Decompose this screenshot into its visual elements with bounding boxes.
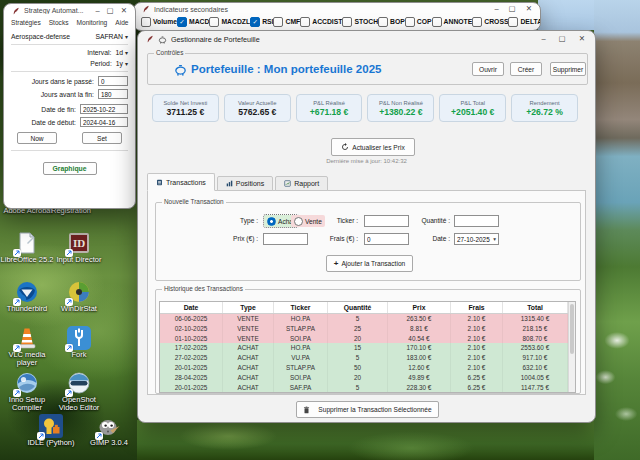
indicator-checkbox-cop[interactable]: COP: [405, 17, 432, 27]
desktop-icon-windirstat[interactable]: WinDirStat: [52, 280, 106, 313]
checkbox-unchecked-icon[interactable]: [472, 17, 482, 27]
close-icon[interactable]: ✕: [579, 35, 585, 43]
indicator-checkbox-macd[interactable]: ✓MACD: [177, 17, 209, 27]
table-cell: 40.54 €: [388, 333, 451, 343]
indicator-checkbox-cross[interactable]: CROSS: [472, 17, 508, 27]
indicator-checkbox-cmf[interactable]: CMF: [273, 17, 300, 27]
checkbox-checked-icon[interactable]: ✓: [177, 17, 187, 27]
minimize-icon[interactable]: –: [494, 5, 498, 13]
table-row[interactable]: 28-04-2025ACHATSOI.PA2049.89 €6.25 €1004…: [160, 372, 568, 382]
desktop-icon-libreoffice[interactable]: LibreOffice 25.2: [0, 231, 54, 264]
refresh-prices-button[interactable]: Actualiser les Prix: [331, 138, 415, 156]
tab-transactions[interactable]: Transactions: [147, 173, 215, 191]
portfolio-titlebar[interactable]: Gestionnaire de Portefeuille – ▢ ✕: [138, 31, 595, 47]
refresh-label: Actualiser les Prix: [352, 144, 404, 151]
minimize-icon[interactable]: –: [541, 35, 545, 43]
fees-input[interactable]: [364, 233, 409, 245]
desktop-icon-input-director[interactable]: ID Input Director: [52, 231, 106, 264]
checkbox-unchecked-icon[interactable]: [209, 17, 219, 27]
desktop-icon-idle-python[interactable]: IDLE (Python): [24, 414, 78, 447]
window-title: Indicateurs secondaires: [154, 6, 490, 13]
column-header[interactable]: Date: [160, 302, 223, 313]
set-button[interactable]: Set: [82, 132, 122, 144]
desktop-icon-thunderbird[interactable]: Thunderbird: [0, 280, 54, 313]
desktop-icon-gimp[interactable]: GIMP 3.0.4: [82, 414, 136, 447]
menu-monitoring[interactable]: Monitoring: [74, 19, 111, 26]
table-cell: 2.10 €: [451, 323, 503, 333]
scrollbar-thumb[interactable]: [570, 304, 574, 354]
indicator-checkbox-stoch[interactable]: STOCH: [342, 17, 378, 27]
indicators-titlebar[interactable]: Indicateurs secondaires – ▢ ✕: [134, 3, 540, 15]
delete-portfolio-button[interactable]: Supprimer: [550, 62, 586, 76]
tab-positions[interactable]: Positions: [217, 176, 273, 191]
tab-rapport[interactable]: Rapport: [275, 176, 328, 191]
checkbox-unchecked-icon[interactable]: [342, 17, 352, 27]
open-portfolio-button[interactable]: Ouvrir: [472, 62, 504, 76]
minimize-icon[interactable]: –: [95, 7, 99, 15]
checkbox-unchecked-icon[interactable]: [508, 17, 518, 27]
indicator-checkbox-bop[interactable]: BOP: [378, 17, 405, 27]
quantity-input[interactable]: [454, 215, 499, 227]
indicator-checkbox-accdist[interactable]: ACCDIST: [300, 17, 342, 27]
desktop-icon-fork[interactable]: Fork: [52, 326, 106, 359]
table-scrollbar[interactable]: [568, 302, 575, 392]
checkbox-unchecked-icon[interactable]: [300, 17, 310, 27]
date-end-input[interactable]: [80, 104, 128, 114]
desktop-icon-inno-setup[interactable]: Inno Setup Compiler: [0, 371, 54, 412]
shortcut-arrow-icon: [13, 249, 21, 257]
ticker-select[interactable]: SAFRAN ▾: [95, 33, 128, 40]
close-icon[interactable]: ✕: [526, 5, 532, 13]
desktop-icon-vlc[interactable]: VLC media player: [0, 326, 54, 367]
column-header[interactable]: Frais: [451, 302, 503, 313]
checkbox-unchecked-icon[interactable]: [405, 17, 415, 27]
table-row[interactable]: 17-02-2025ACHATHO.PA15170.10 €2.10 €2553…: [160, 343, 568, 353]
column-header[interactable]: Total: [503, 302, 568, 313]
checkbox-checked-icon[interactable]: ✓: [250, 17, 260, 27]
maximize-icon[interactable]: ▢: [559, 35, 566, 43]
indicator-checkbox-volume[interactable]: Volume: [141, 17, 177, 27]
delete-transaction-button[interactable]: Supprimer la Transaction Sélectionnée: [296, 401, 439, 418]
checkbox-unchecked-icon[interactable]: [273, 17, 283, 27]
table-row[interactable]: 27-02-2025ACHATVU.PA5183.00 €2.10 €917.1…: [160, 353, 568, 363]
period-select[interactable]: 1y ▾: [116, 60, 128, 67]
graphique-button[interactable]: Graphique: [43, 162, 97, 175]
indicators-window: Indicateurs secondaires – ▢ ✕ Volume✓MAC…: [133, 2, 541, 31]
menu-strategies[interactable]: Stratégies: [8, 19, 44, 26]
days-before-end-input[interactable]: [98, 89, 128, 99]
strategy-titlebar[interactable]: Strategy Automat... – ▢ ✕: [4, 4, 135, 17]
table-row[interactable]: 02-10-2025VENTESTLAP.PA258.81 €2.10 €218…: [160, 323, 568, 333]
date-start-input[interactable]: [80, 117, 128, 127]
column-header[interactable]: Type: [223, 302, 274, 313]
checkbox-unchecked-icon[interactable]: [432, 17, 442, 27]
table-cell: 06-06-2025: [160, 314, 223, 324]
radio-unselected-icon[interactable]: [294, 217, 303, 226]
date-select[interactable]: 27-10-2025 ▾: [454, 233, 499, 245]
checkbox-unchecked-icon[interactable]: [378, 17, 388, 27]
add-transaction-button[interactable]: + Ajouter la Transaction: [326, 255, 413, 272]
checkbox-unchecked-icon[interactable]: [141, 17, 151, 27]
indicator-checkbox-delta[interactable]: DELTA: [508, 17, 541, 27]
table-row[interactable]: 01-10-2025VENTESOI.PA2040.54 €2.10 €808.…: [160, 333, 568, 343]
column-header[interactable]: Ticker: [274, 302, 328, 313]
interval-select[interactable]: 1d ▾: [115, 49, 128, 56]
days-past-input[interactable]: [98, 76, 128, 86]
radio-selected-icon[interactable]: [267, 217, 276, 226]
table-row[interactable]: 20-01-2025ACHATSTLAP.PA5012.60 €2.10 €63…: [160, 363, 568, 373]
price-input[interactable]: [263, 233, 308, 245]
indicator-checkbox-rsi[interactable]: ✓RSI: [250, 17, 273, 27]
maximize-icon[interactable]: ▢: [107, 7, 114, 15]
table-row[interactable]: 20-01-2025ACHATSAF.PA5228.30 €6.25 €1147…: [160, 382, 568, 392]
table-row[interactable]: 06-06-2025VENTEHO.PA5263.50 €2.10 €1315.…: [160, 314, 568, 324]
indicator-checkbox-macdzl[interactable]: MACDZL: [209, 17, 250, 27]
indicator-checkbox-annote[interactable]: ANNOTE: [432, 17, 473, 27]
menu-stocks[interactable]: Stocks: [46, 19, 72, 26]
close-icon[interactable]: ✕: [121, 7, 127, 15]
maximize-icon[interactable]: ▢: [509, 5, 516, 13]
chevron-down-icon: ▾: [125, 49, 128, 56]
create-portfolio-button[interactable]: Créer: [510, 62, 542, 76]
now-button[interactable]: Now: [17, 132, 57, 144]
column-header[interactable]: Quantité: [328, 302, 388, 313]
menu-aide[interactable]: Aide: [112, 19, 131, 26]
desktop-icon-openshot[interactable]: OpenShot Video Editor: [52, 371, 106, 412]
column-header[interactable]: Prix: [388, 302, 451, 313]
